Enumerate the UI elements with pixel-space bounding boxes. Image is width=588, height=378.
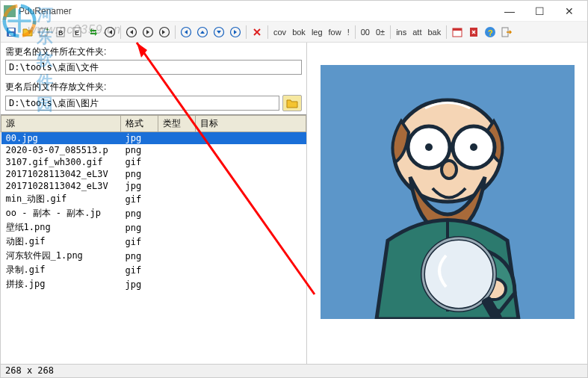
tool-doc-e-icon[interactable]: E — [69, 25, 84, 40]
tb-ins[interactable]: ins — [394, 28, 409, 37]
table-row[interactable]: min_动图.gifgif — [1, 192, 306, 206]
toolbar-separator — [390, 25, 391, 39]
tb-fow[interactable]: fow — [327, 28, 344, 37]
tool-up-icon[interactable] — [195, 25, 210, 40]
dest-path-section: 更名后的文件存放文件夹: — [1, 78, 306, 114]
toolbar-separator — [355, 25, 356, 39]
tb-00[interactable]: 00 — [359, 28, 372, 37]
tb-exclaim[interactable]: ! — [345, 28, 352, 37]
cell-filename: 20171028113042_eL3V — [1, 168, 121, 180]
folder-open-icon — [286, 98, 298, 108]
content-area: 需更名的文件所在文件夹: 更名后的文件存放文件夹: 源格式类型目标 00.jpg… — [1, 43, 587, 364]
cell-format: jpg — [121, 132, 158, 145]
tool-save-icon[interactable] — [4, 25, 19, 40]
table-row[interactable]: 2020-03-07_085513.ppng — [1, 144, 306, 156]
tool-right-icon[interactable] — [228, 25, 243, 40]
tb-cov[interactable]: cov — [271, 28, 288, 37]
cell-target — [196, 180, 306, 192]
tool-last-icon[interactable] — [157, 25, 172, 40]
file-table-wrap[interactable]: 源格式类型目标 00.jpgjpg2020-03-07_085513.ppng3… — [1, 114, 306, 364]
table-row[interactable]: 拼接.jpgjpg — [1, 277, 306, 291]
maximize-button[interactable]: ☐ — [524, 1, 554, 21]
source-path-section: 需更名的文件所在文件夹: — [1, 43, 306, 78]
cell-type — [158, 180, 196, 192]
tb-bak[interactable]: bak — [425, 28, 443, 37]
column-header[interactable]: 目标 — [196, 116, 306, 132]
cell-type — [158, 132, 196, 145]
cell-target — [196, 156, 306, 168]
minimize-button[interactable]: — — [495, 1, 524, 21]
dest-path-input[interactable] — [5, 96, 279, 111]
tb-leg[interactable]: leg — [309, 28, 325, 37]
table-row[interactable]: 动图.gifgif — [1, 235, 306, 249]
cell-format: png — [121, 220, 158, 235]
tb-bok[interactable]: bok — [290, 28, 308, 37]
cell-target — [196, 192, 306, 206]
image-preview — [321, 65, 575, 319]
tool-left-icon[interactable] — [179, 25, 194, 40]
tb-0pm[interactable]: 0± — [374, 28, 387, 37]
cell-format: png — [121, 168, 158, 180]
cell-type — [158, 206, 196, 220]
tool-pdf-icon[interactable] — [466, 25, 481, 40]
preview-panel — [307, 43, 587, 364]
svg-point-31 — [442, 161, 457, 179]
cell-target — [196, 249, 306, 263]
tool-exit-icon[interactable] — [499, 25, 514, 40]
cell-filename: min_动图.gif — [1, 192, 121, 206]
cell-filename: 00.jpg — [1, 132, 121, 145]
tb-att[interactable]: att — [410, 28, 424, 37]
cell-format: gif — [121, 156, 158, 168]
cell-filename: 动图.gif — [1, 235, 121, 249]
toolbar-separator — [175, 25, 176, 39]
table-row[interactable]: 录制.gifgif — [1, 263, 306, 277]
table-row[interactable]: 00.jpgjpg — [1, 132, 306, 145]
status-bar: 268 x 268 — [1, 364, 587, 377]
svg-text:?: ? — [488, 28, 493, 37]
tool-delete-icon[interactable] — [250, 25, 264, 40]
cell-filename: 录制.gif — [1, 263, 121, 277]
cell-format: gif — [121, 235, 158, 249]
tool-open-icon[interactable] — [20, 25, 35, 40]
tool-first-icon[interactable] — [102, 25, 117, 40]
toolbar-separator — [446, 25, 447, 39]
table-row[interactable]: 河东软件园_1.pngpng — [1, 249, 306, 263]
cell-format: jpg — [121, 277, 158, 291]
toolbar-separator — [267, 25, 268, 39]
left-panel: 需更名的文件所在文件夹: 更名后的文件存放文件夹: 源格式类型目标 00.jpg… — [1, 43, 307, 364]
table-row[interactable]: 壁纸1.pngpng — [1, 220, 306, 235]
table-row[interactable]: oo - 副本 - 副本.jppng — [1, 206, 306, 220]
column-header[interactable]: 类型 — [158, 116, 196, 132]
table-row[interactable]: 20171028113042_eL3Vpng — [1, 168, 306, 180]
cell-format: gif — [121, 263, 158, 277]
window-controls: — ☐ ✕ — [495, 1, 584, 21]
tool-next-icon[interactable] — [140, 25, 155, 40]
cell-target — [196, 206, 306, 220]
cell-type — [158, 235, 196, 249]
column-header[interactable]: 格式 — [121, 116, 158, 132]
dest-path-label: 更名后的文件存放文件夹: — [5, 81, 302, 93]
titlebar: PduRenamer — ☐ ✕ — [1, 1, 587, 22]
toolbar-separator — [246, 25, 247, 39]
tool-add-icon[interactable]: + — [37, 25, 52, 40]
window-title: PduRenamer — [19, 6, 495, 16]
cell-type — [158, 192, 196, 206]
svg-rect-0 — [4, 5, 16, 17]
tool-green-exchange-icon[interactable] — [86, 25, 101, 40]
tool-doc-b-icon[interactable]: B — [53, 25, 68, 40]
source-path-input[interactable] — [5, 60, 302, 75]
tool-calendar-icon[interactable] — [450, 25, 465, 40]
column-header[interactable]: 源 — [1, 116, 121, 132]
cell-format: png — [121, 206, 158, 220]
table-row[interactable]: 20171028113042_eL3Vjpg — [1, 180, 306, 192]
table-row[interactable]: 3107.gif_wh300.gifgif — [1, 156, 306, 168]
cell-type — [158, 277, 196, 291]
tool-help-icon[interactable]: ? — [483, 25, 498, 40]
cell-type — [158, 156, 196, 168]
source-path-label: 需更名的文件所在文件夹: — [5, 46, 302, 58]
tool-down-icon[interactable] — [211, 25, 226, 40]
close-button[interactable]: ✕ — [554, 1, 584, 21]
tool-prev-icon[interactable] — [124, 25, 139, 40]
browse-button[interactable] — [282, 95, 302, 111]
cell-filename: oo - 副本 - 副本.jp — [1, 206, 121, 220]
